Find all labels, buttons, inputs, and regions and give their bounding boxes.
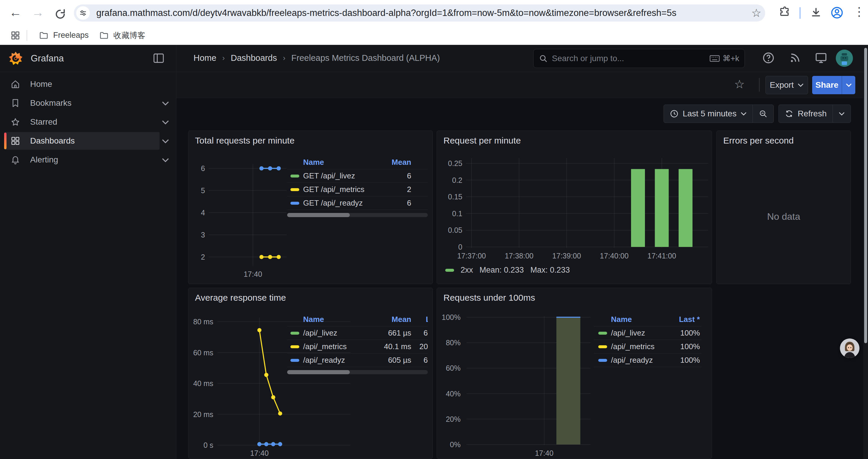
bookmark-folder-freeleaps[interactable]: Freeleaps xyxy=(34,28,94,42)
favorite-star-icon[interactable]: ☆ xyxy=(734,77,745,91)
active-accent-bar xyxy=(4,133,6,149)
forward-icon[interactable]: → xyxy=(30,4,46,21)
chart-request-per-minute[interactable]: 0.250.20.150.10.05017:37:0017:38:0017:39… xyxy=(437,131,712,284)
sidebar-item-alerting[interactable]: Alerting xyxy=(0,150,176,169)
export-button[interactable]: Export xyxy=(766,76,808,94)
chevron-down-icon[interactable] xyxy=(162,139,169,143)
panel-title[interactable]: Average response time xyxy=(195,293,286,303)
download-icon[interactable] xyxy=(810,6,822,18)
breadcrumb-dashboards[interactable]: Dashboards xyxy=(231,53,277,63)
legend-col-last[interactable]: Last * xyxy=(661,315,700,324)
legend-inline: 2xx Mean: 0.233 Max: 0.233 xyxy=(445,266,570,275)
zoom-out-button[interactable] xyxy=(753,105,773,123)
refresh-button[interactable]: Refresh xyxy=(779,105,833,123)
svg-text:0.25: 0.25 xyxy=(448,159,462,167)
browser-menu-icon[interactable]: ⋮ xyxy=(852,5,866,18)
grafana-logo[interactable] xyxy=(8,51,23,66)
apps-grid-icon[interactable] xyxy=(11,31,20,40)
news-rss-icon[interactable] xyxy=(788,52,802,64)
user-avatar[interactable] xyxy=(836,50,853,67)
bookmark-folder-blogs[interactable]: 收藏博客 xyxy=(94,28,151,43)
series-last: 646 µs xyxy=(411,328,428,338)
panel-title[interactable]: Requests under 100ms xyxy=(443,293,535,303)
bookmarks-bar: Freeleaps 收藏博客 xyxy=(0,26,868,45)
svg-text:60 ms: 60 ms xyxy=(193,349,213,357)
url-text[interactable]: grafana.mathmast.com/d/deytv4rwavabkb/fr… xyxy=(96,8,747,18)
dashboard-canvas: Last 5 minutes Refresh xyxy=(176,98,868,459)
share-button[interactable]: Share xyxy=(812,76,842,94)
panel-title[interactable]: Errors per second xyxy=(723,136,794,145)
brand-name[interactable]: Grafana xyxy=(31,53,64,64)
extensions-icon[interactable] xyxy=(779,6,790,18)
svg-text:100%: 100% xyxy=(442,313,461,321)
chevron-down-icon[interactable] xyxy=(162,158,169,162)
sidebar-item-bookmarks[interactable]: Bookmarks xyxy=(0,94,176,112)
reload-icon[interactable] xyxy=(52,6,68,23)
chevron-down-icon[interactable] xyxy=(162,120,169,124)
sidebar-item-label: Home xyxy=(30,79,52,89)
scrollbar-thumb[interactable] xyxy=(287,370,350,374)
panel-average-response-time: Average response time 80 ms60 ms40 ms20 … xyxy=(188,288,433,459)
panel-errors-per-second: Errors per second No data xyxy=(716,131,851,284)
legend-row: /api/_readyz 100% xyxy=(593,354,702,367)
legend-col-name[interactable]: Name xyxy=(303,158,324,167)
svg-text:80 ms: 80 ms xyxy=(193,318,213,326)
series-name[interactable]: /api/_livez xyxy=(303,328,337,338)
series-swatch xyxy=(290,332,299,335)
breadcrumb-home[interactable]: Home xyxy=(193,53,216,63)
legend-col-last[interactable]: Last * xyxy=(411,315,428,324)
svg-text:5: 5 xyxy=(201,186,205,195)
scrollbar-thumb[interactable] xyxy=(864,48,867,343)
sidebar-toggle-icon[interactable] xyxy=(153,53,164,64)
legend-col-mean[interactable]: Mean xyxy=(370,315,411,324)
site-settings-icon[interactable] xyxy=(76,6,90,20)
series-name[interactable]: /api/_readyz xyxy=(611,356,653,365)
panel-title[interactable]: Request per minute xyxy=(443,136,521,145)
series-name[interactable]: 2xx xyxy=(461,266,473,275)
legend-row: /api/_metrics 100% xyxy=(593,340,702,354)
legend-col-name[interactable]: Name xyxy=(303,315,324,324)
series-swatch xyxy=(290,345,299,348)
main-area: Home › Dashboards › Freeleaps Metrics Da… xyxy=(176,45,868,459)
floating-avatar-widget[interactable] xyxy=(840,338,860,358)
legend-col-name[interactable]: Name xyxy=(611,315,632,324)
time-range-picker[interactable]: Last 5 minutes xyxy=(664,105,752,123)
omnibox[interactable]: grafana.mathmast.com/d/deytv4rwavabkb/fr… xyxy=(74,4,765,22)
series-name[interactable]: /api/_metrics xyxy=(611,342,654,351)
legend-hscrollbar[interactable] xyxy=(287,213,428,217)
browser-toolbar: ← → grafana.mathmast.com/d/deytv4rwavabk… xyxy=(0,0,868,26)
series-name[interactable]: /api/_readyz xyxy=(303,356,345,365)
legend-hscrollbar[interactable] xyxy=(287,370,428,374)
legend-row: GET /api/_livez 6 xyxy=(287,169,428,183)
profile-icon[interactable] xyxy=(830,6,844,20)
series-name[interactable]: GET /api/_livez xyxy=(303,171,355,181)
series-mean: 2 xyxy=(370,185,411,194)
series-swatch xyxy=(598,345,607,348)
legend-row: GET /api/_readyz 6 xyxy=(287,196,428,210)
help-icon[interactable] xyxy=(762,52,775,64)
panel-title[interactable]: Total requests per minute xyxy=(195,136,294,145)
breadcrumb-separator: › xyxy=(283,54,285,63)
time-range-label: Last 5 minutes xyxy=(683,109,737,119)
refresh-interval-caret[interactable] xyxy=(833,105,850,123)
sidebar-item-dashboards[interactable]: Dashboards xyxy=(0,131,176,150)
back-icon[interactable]: ← xyxy=(7,4,24,21)
legend-col-mean[interactable]: Mean xyxy=(370,158,411,167)
scrollbar-thumb[interactable] xyxy=(287,213,350,217)
kiosk-monitor-icon[interactable] xyxy=(814,52,828,64)
svg-text:17:40: 17:40 xyxy=(250,449,269,457)
sidebar-item-home[interactable]: Home xyxy=(0,75,176,94)
series-name[interactable]: GET /api/_readyz xyxy=(303,198,363,208)
search-input[interactable]: Search or jump to... ⌘+k xyxy=(533,49,745,68)
bookmark-star-icon[interactable]: ☆ xyxy=(747,6,765,20)
series-swatch xyxy=(290,202,299,205)
toolbar-divider xyxy=(800,7,801,19)
share-menu-caret[interactable] xyxy=(842,76,855,94)
series-name[interactable]: /api/_livez xyxy=(611,328,645,338)
sidebar-item-starred[interactable]: Starred xyxy=(0,112,176,131)
sidebar: Grafana Home Bookmarks Starred xyxy=(0,45,176,459)
chevron-down-icon[interactable] xyxy=(162,101,169,105)
series-name[interactable]: GET /api/_metrics xyxy=(303,185,365,194)
svg-text:4: 4 xyxy=(201,208,205,217)
series-name[interactable]: /api/_metrics xyxy=(303,342,346,351)
